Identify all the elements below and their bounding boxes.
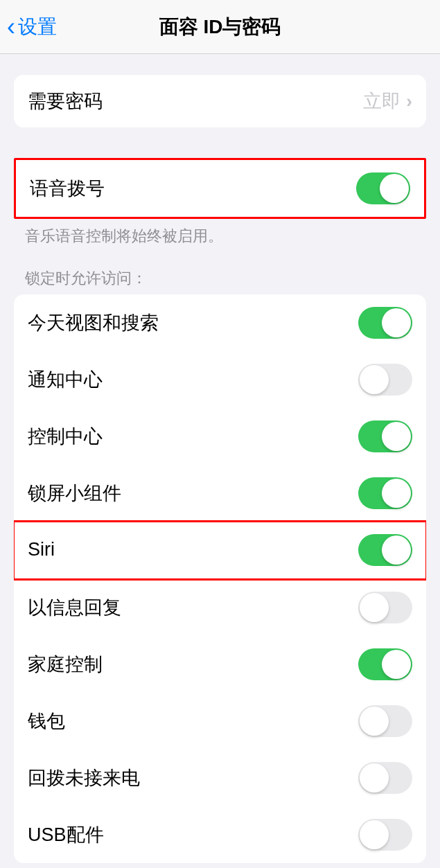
lock-item-label: 以信息回复 [28, 595, 121, 620]
lock-item-wrapper: 控制中心 [14, 408, 426, 465]
lock-item-row: USB配件 [14, 806, 426, 863]
lock-item-row: 今天视图和搜索 [14, 294, 426, 351]
toggle-knob [360, 593, 389, 622]
require-passcode-label: 需要密码 [28, 89, 103, 114]
back-button[interactable]: ‹ 设置 [0, 12, 57, 42]
lock-access-footer: iPhone 锁定超过一小时后，需先解锁 iPhone 才能允许 USB 配件连… [0, 863, 440, 868]
lock-item-wrapper: 通知中心 [14, 351, 426, 408]
lock-item-row: 控制中心 [14, 408, 426, 465]
lock-item-label: 通知中心 [28, 367, 103, 392]
toggle-knob [380, 174, 409, 203]
toggle-knob [360, 820, 389, 849]
lock-item-label: Siri [28, 539, 55, 560]
voice-dial-group: 语音拨号 [14, 158, 426, 219]
lock-item-label: USB配件 [28, 822, 104, 847]
chevron-left-icon: ‹ [7, 12, 15, 42]
require-passcode-value: 立即 › [363, 89, 412, 114]
lock-item-row: 回拨未接来电 [14, 750, 426, 806]
lock-item-row: 通知中心 [14, 351, 426, 408]
lock-item-wrapper: Siri [14, 522, 426, 579]
lock-item-wrapper: 今天视图和搜索 [14, 294, 426, 351]
lock-item-row: 钱包 [14, 693, 426, 750]
lock-item-wrapper: 家庭控制 [14, 636, 426, 693]
toggle-knob [382, 479, 411, 508]
toggle-knob [360, 763, 389, 792]
lock-item-label: 钱包 [28, 709, 65, 734]
lock-item-wrapper: 锁屏小组件 [14, 465, 426, 522]
toggle-knob [382, 535, 411, 565]
navigation-bar: ‹ 设置 面容 ID与密码 [0, 0, 440, 54]
lock-access-header: 锁定时允许访问： [0, 247, 440, 292]
lock-item-label: 今天视图和搜索 [28, 310, 159, 335]
toggle-knob [382, 422, 411, 451]
lock-access-group: 今天视图和搜索通知中心控制中心锁屏小组件Siri以信息回复家庭控制钱包回拨未接来… [14, 294, 426, 863]
lock-item-wrapper: USB配件 [14, 806, 426, 863]
voice-dial-footer: 音乐语音控制将始终被启用。 [0, 219, 440, 247]
lock-item-label: 家庭控制 [28, 652, 103, 677]
chevron-right-icon: › [406, 91, 412, 112]
toggle-knob [382, 308, 411, 337]
lock-item-wrapper: 钱包 [14, 693, 426, 750]
lock-item-toggle[interactable] [358, 705, 412, 737]
lock-item-label: 控制中心 [28, 424, 103, 449]
lock-item-toggle[interactable] [358, 477, 412, 509]
voice-dial-row: 语音拨号 [16, 160, 424, 217]
passcode-group: 需要密码 立即 › [14, 75, 426, 127]
voice-dial-toggle[interactable] [356, 172, 410, 204]
lock-item-row: 家庭控制 [14, 636, 426, 693]
lock-item-row: 以信息回复 [14, 579, 426, 636]
lock-item-toggle[interactable] [358, 819, 412, 851]
lock-item-label: 回拨未接来电 [28, 765, 140, 790]
lock-item-label: 锁屏小组件 [28, 481, 121, 506]
require-passcode-row[interactable]: 需要密码 立即 › [14, 75, 426, 127]
lock-item-toggle[interactable] [358, 648, 412, 680]
lock-item-toggle[interactable] [358, 762, 412, 794]
lock-item-toggle[interactable] [358, 364, 412, 396]
voice-dial-label: 语音拨号 [30, 176, 105, 201]
page-title: 面容 ID与密码 [159, 14, 281, 40]
lock-item-wrapper: 回拨未接来电 [14, 750, 426, 806]
require-passcode-value-text: 立即 [363, 89, 401, 114]
lock-item-toggle[interactable] [358, 307, 412, 339]
lock-item-toggle[interactable] [358, 420, 412, 452]
toggle-knob [360, 365, 389, 394]
lock-item-wrapper: 以信息回复 [14, 579, 426, 636]
lock-item-row: 锁屏小组件 [14, 465, 426, 522]
lock-item-toggle[interactable] [358, 592, 412, 623]
toggle-knob [360, 707, 389, 736]
lock-item-row: Siri [14, 522, 426, 579]
back-label: 设置 [18, 14, 57, 40]
toggle-knob [382, 650, 411, 679]
lock-item-toggle[interactable] [358, 534, 412, 566]
